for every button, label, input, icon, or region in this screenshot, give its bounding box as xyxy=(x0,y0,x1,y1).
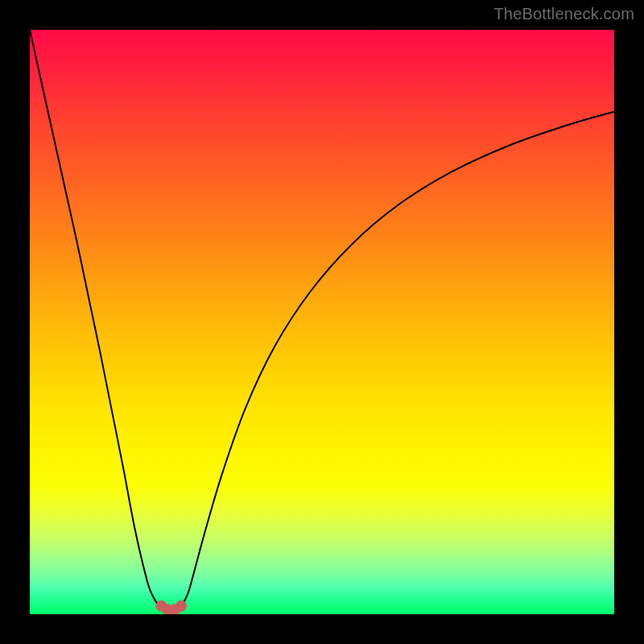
bottleneck-curve xyxy=(30,30,614,610)
curve-layer xyxy=(30,30,614,614)
min-cluster-right xyxy=(175,601,187,612)
chart-frame: TheBottleneck.com xyxy=(0,0,644,644)
plot-area xyxy=(30,30,614,614)
watermark-label: TheBottleneck.com xyxy=(493,5,634,23)
